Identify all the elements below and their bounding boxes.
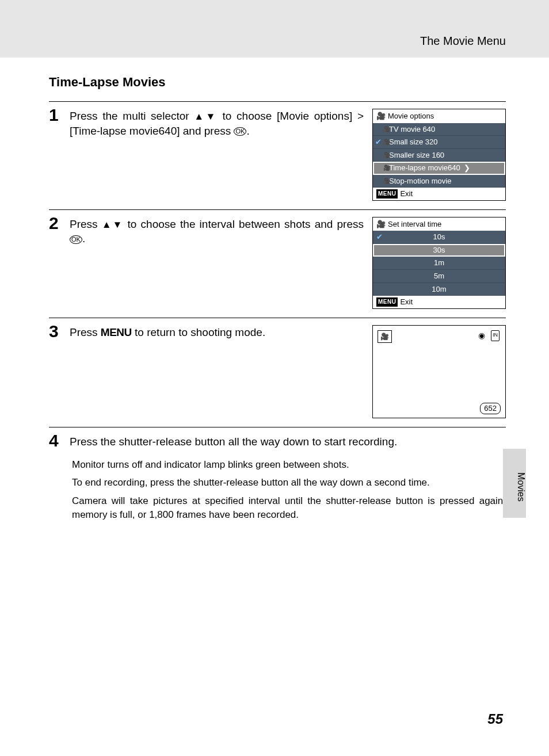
page-number: 55 [487,711,503,727]
list-item-selected[interactable]: 🎥Time-lapse movie640❯ [373,162,505,175]
step-text-b: to return to shooting mode. [132,326,265,338]
section-tab: Movies [503,449,526,518]
status-icons: ◉ IN [478,330,500,341]
header-title: The Movie Menu [420,35,506,48]
step-text-a: Press [70,218,102,230]
up-down-icon: ▲▼ [194,111,218,122]
item-label: 5m [434,272,444,280]
step-text-a: Press [70,326,101,338]
step-1: 1 Press the multi selector ▲▼ to choose … [49,106,506,201]
step-number: 1 [49,106,70,124]
item-label: TV movie 640 [389,124,435,135]
step-text-c: . [246,125,249,137]
up-down-icon: ▲▼ [102,219,124,230]
globe-icon: ◉ [478,330,485,341]
movie-icon: 🎥 [383,151,390,159]
lcd-title: 🎥 Set interval time [373,217,505,231]
section-title: Time-Lapse Movies [49,75,506,90]
timelapse-icon: 🎥 [383,164,390,172]
item-label: Small size 320 [389,137,438,147]
step-3-text: Press MENU to return to shooting mode. [70,325,364,418]
item-label: Stop-motion movie [389,176,451,186]
step-2: 2 Press ▲▼ to choose the interval betwee… [49,215,506,309]
lcd-exit[interactable]: MENUExit [373,296,505,308]
frame-counter: 652 [480,403,501,414]
movie-icon: 🎥 [383,125,390,133]
lcd-movie-options: 🎥 Movie options 🎥TV movie 640 ✔🎥Small si… [372,109,506,201]
list-item[interactable]: 10m [373,283,505,296]
timelapse-mode-icon: 🎥 [378,330,392,343]
lcd-title-text: Movie options [388,111,434,121]
item-label: 10m [432,285,446,293]
list-item[interactable]: 5m [373,270,505,283]
item-label: 30s [433,246,445,254]
menu-icon: MENU [376,189,398,198]
step-number: 4 [49,432,70,449]
movie-icon: 🎥 [376,219,386,230]
item-label: 10s [433,232,445,241]
list-item[interactable]: 🎥Stop-motion movie [373,175,505,188]
step-number: 3 [49,323,70,340]
chevron-right-icon: ❯ [464,163,470,173]
list-item[interactable]: 🎥Smaller size 160 [373,149,505,162]
step-2-text: Press ▲▼ to choose the interval between … [70,217,364,309]
list-item-selected[interactable]: 30s [373,244,505,257]
lcd-title-text: Set interval time [388,219,441,230]
lcd-title: 🎥 Movie options [373,109,505,123]
sub-paragraph: Monitor turns off and indicator lamp bli… [72,458,506,472]
lcd-exit[interactable]: MENUExit [373,188,505,200]
divider [49,427,506,427]
step-3: 3 Press MENU to return to shooting mode.… [49,323,506,418]
movie-icon: 🎥 [383,138,390,146]
item-label: Smaller size 160 [389,150,444,161]
step-4: 4 Press the shutter-release button all t… [49,432,506,449]
menu-text-icon: MENU [101,326,132,338]
list-item[interactable]: 🎥TV movie 640 [373,123,505,136]
step-text-b: to choose the interval between shots and… [123,218,364,230]
sub-paragraph: Camera will take pictures at specified i… [72,494,506,522]
list-item[interactable]: ✔10s [373,231,505,244]
step-1-text: Press the multi selector ▲▼ to choose [M… [70,109,364,201]
divider [49,101,506,102]
step-text-a: Press the multi selector [70,110,194,122]
memory-icon: IN [491,330,500,341]
movie-icon: 🎥 [376,111,386,121]
ok-icon: OK [70,235,82,244]
exit-label: Exit [400,189,413,199]
divider [49,318,506,318]
item-label: Time-lapse movie640 [389,163,460,173]
list-item[interactable]: ✔🎥Small size 320 [373,136,505,149]
divider [49,209,506,210]
step-number: 2 [49,215,70,232]
step-4-text: Press the shutter-release button all the… [70,436,397,448]
stopmotion-icon: 🎥 [383,177,390,185]
check-icon: ✔ [375,137,382,147]
ok-icon: OK [234,127,246,136]
exit-label: Exit [400,297,413,307]
lcd-interval: 🎥 Set interval time ✔10s 30s 1m 5m 10m M… [372,217,506,309]
list-item[interactable]: 1m [373,257,505,270]
step-text-c: . [82,232,85,245]
item-label: 1m [434,258,444,267]
menu-icon: MENU [376,297,398,307]
page-content: Time-Lapse Movies 1 Press the multi sele… [0,58,549,522]
sub-paragraph: To end recording, press the shutter-rele… [72,476,506,490]
lcd-shooting: 🎥 ◉ IN 652 [372,325,506,418]
check-icon: ✔ [376,232,383,242]
header-bar: The Movie Menu [0,0,549,58]
